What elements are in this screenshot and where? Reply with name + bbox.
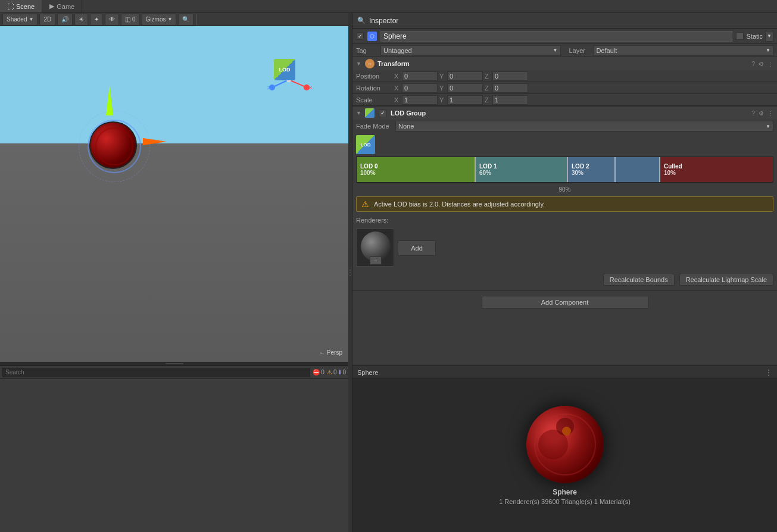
add-component-row: Add Component <box>352 291 777 314</box>
renderer-remove-btn-0[interactable]: − <box>370 256 382 265</box>
transform-help-btn[interactable]: ? <box>751 61 755 67</box>
scene-toolbar: Shaded ▼ 2D 🔊 ☀ ✦ 👁 ◫ 0 Gizmos ▼ 🔍 <box>0 13 348 26</box>
preview-sphere <box>526 406 604 483</box>
scale-z-input[interactable] <box>492 95 528 105</box>
rot-z-label: Z <box>485 85 492 92</box>
scene-tab-label: Scene <box>16 3 35 10</box>
static-dropdown-btn[interactable]: ▼ <box>765 31 773 42</box>
inspector-header: 🔍 Inspector <box>352 13 777 29</box>
rot-x-input[interactable] <box>402 83 438 93</box>
scale-xyz: X Y Z <box>394 95 773 105</box>
shaded-label: Shaded <box>7 16 27 23</box>
view-options-button[interactable]: 👁 <box>105 14 119 26</box>
inspector-body[interactable]: ⬡ Static ▼ Tag Untagged ▼ Layer Default <box>352 29 777 365</box>
lod-warning-banner: ⚠ Active LOD bias is 2.0. Distances are … <box>356 196 773 212</box>
2d-button[interactable]: 2D <box>39 14 55 26</box>
pos-z-label: Z <box>485 73 492 80</box>
lod1-label: LOD 1 <box>479 163 563 170</box>
warning-badge: ⚠ 0 <box>327 369 337 375</box>
lod-cube-0: LOD <box>356 135 375 154</box>
static-checkbox[interactable] <box>736 32 744 40</box>
main-layout: Shaded ▼ 2D 🔊 ☀ ✦ 👁 ◫ 0 Gizmos ▼ 🔍 <box>0 13 777 532</box>
preview-menu-btn[interactable]: ⋮ <box>765 368 772 377</box>
lod0-label: LOD 0 <box>360 163 471 170</box>
lod-ring <box>79 111 150 182</box>
svg-text:Z: Z <box>267 85 270 90</box>
gizmos-button[interactable]: Gizmos ▼ <box>142 14 177 26</box>
transform-menu-btn[interactable]: ⋮ <box>767 61 773 67</box>
fade-mode-value: None <box>398 123 414 130</box>
rot-y-input[interactable] <box>447 83 483 93</box>
warning-text: Active LOD bias is 2.0. Distances are ad… <box>374 201 545 208</box>
rot-z-input[interactable] <box>492 83 528 93</box>
shaded-arrow: ▼ <box>29 17 33 22</box>
renderers-label: Renderers: <box>352 214 777 226</box>
tag-value: Untagged <box>383 47 412 54</box>
tab-scene[interactable]: ⛶ Scene <box>0 0 42 12</box>
console-search-input[interactable] <box>2 368 310 377</box>
lod-menu-btn[interactable]: ⋮ <box>767 110 773 117</box>
lod-enabled-checkbox[interactable] <box>379 109 386 117</box>
static-row: Static ▼ <box>736 31 773 42</box>
go-name-input[interactable] <box>380 31 732 42</box>
position-label: Position <box>356 73 392 80</box>
scale-label: Scale <box>356 96 392 104</box>
svg-text:Y: Y <box>286 56 290 58</box>
fade-mode-dropdown[interactable]: None ▼ <box>395 121 773 132</box>
renderer-item-0[interactable]: − <box>356 229 394 267</box>
transform-icon: ↔ <box>365 59 375 68</box>
go-active-checkbox[interactable] <box>356 32 364 40</box>
bottom-left-panel: ⛔ 0 ⚠ 0 ℹ 0 <box>0 365 348 532</box>
layer-value: Default <box>597 47 617 54</box>
inspector-icon: 🔍 <box>357 17 366 24</box>
add-component-button[interactable]: Add Component <box>482 296 648 309</box>
add-renderer-button[interactable]: Add <box>398 240 436 256</box>
preview-info: Sphere 1 Renderer(s) 39600 Triangle(s) 1… <box>499 488 631 505</box>
recalculate-bounds-button[interactable]: Recalculate Bounds <box>603 274 675 286</box>
fx-button[interactable]: ✦ <box>90 14 103 26</box>
scale-z-label: Z <box>485 96 492 104</box>
transform-header[interactable]: ▼ ↔ Transform ? ⚙ ⋮ <box>352 57 777 70</box>
scale-y-input[interactable] <box>447 95 483 105</box>
scale-row: Scale X Y Z <box>352 94 777 106</box>
lod-segment-culled[interactable]: Culled 10% <box>660 157 773 182</box>
scene-icon: ⛶ <box>7 3 14 10</box>
pos-x-input[interactable] <box>402 71 438 81</box>
layer-arrow: ▼ <box>766 48 770 53</box>
layer-dropdown[interactable]: Default ▼ <box>594 45 774 56</box>
lod-segment-0[interactable]: LOD 0 100% <box>357 157 476 182</box>
tag-dropdown[interactable]: Untagged ▼ <box>380 45 561 56</box>
add-renderer-label: Add <box>411 245 423 252</box>
game-tab-label: Game <box>57 3 74 10</box>
lod-bar-container[interactable]: LOD 0 100% LOD 1 60% LOD 2 30% Culled 10… <box>356 157 773 183</box>
tab-game[interactable]: ▶ Game <box>42 0 82 12</box>
renderers-row: − Add <box>352 226 777 269</box>
shaded-dropdown[interactable]: Shaded ▼ <box>2 14 38 26</box>
warning-icon: ⚠ <box>327 369 332 375</box>
scene-sphere-mesh <box>89 121 137 169</box>
sphere-detail-1 <box>538 430 568 459</box>
scale-x-input[interactable] <box>402 95 438 105</box>
search-scene-button[interactable]: 🔍 <box>178 14 194 26</box>
lod-group-header[interactable]: ▼ LOD Group ? ⚙ ⋮ <box>352 107 777 120</box>
recalculate-lightmap-button[interactable]: Recalculate Lightmap Scale <box>679 274 773 286</box>
sphere-detail-2 <box>556 418 574 436</box>
transform-settings-btn[interactable]: ⚙ <box>759 61 764 67</box>
transform-collapse-arrow: ▼ <box>356 61 362 67</box>
lod-segment-1[interactable]: LOD 1 60% <box>476 157 568 182</box>
info-count: 0 <box>342 369 346 375</box>
pos-y-input[interactable] <box>447 71 483 81</box>
lighting-button[interactable]: ☀ <box>74 14 88 26</box>
scale-y-field: Y <box>439 95 483 105</box>
preview-name: Sphere <box>499 488 631 496</box>
scene-view[interactable]: Y X Z LOD ← Persp <box>0 26 348 362</box>
console-badges: ⛔ 0 ⚠ 0 ℹ 0 <box>313 369 346 375</box>
lod-settings-btn[interactable]: ⚙ <box>759 110 764 117</box>
pos-z-input[interactable] <box>492 71 528 81</box>
gizmos-label: Gizmos <box>146 16 166 23</box>
lod-help-btn[interactable]: ? <box>751 110 755 117</box>
tag-arrow: ▼ <box>553 48 558 53</box>
lod2-pct: 30% <box>572 170 656 176</box>
audio-button[interactable]: 🔊 <box>57 14 73 26</box>
layers-button[interactable]: ◫ 0 <box>121 14 139 26</box>
